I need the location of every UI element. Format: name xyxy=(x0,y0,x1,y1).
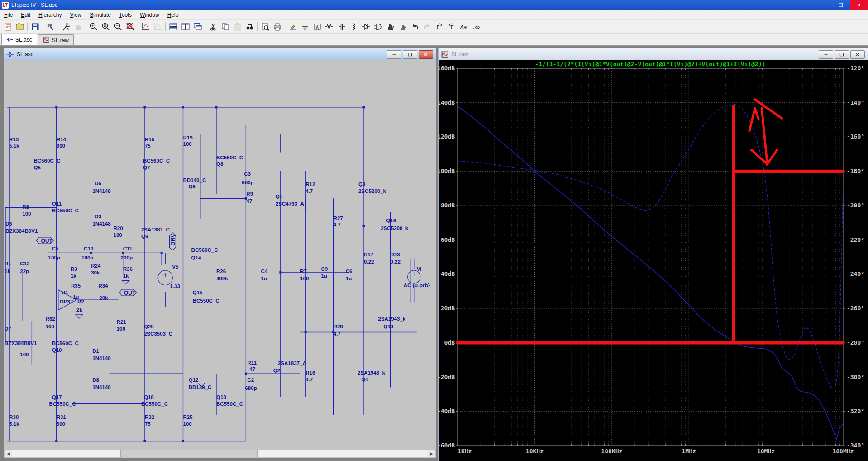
menu-item-tools[interactable]: Tools xyxy=(115,10,136,19)
move-button[interactable] xyxy=(384,21,396,33)
drag-button[interactable] xyxy=(396,21,409,33)
schematic-minimize-button[interactable]: ─ xyxy=(387,50,401,59)
component-label: BZX384B9V1 xyxy=(5,228,38,234)
net-label-button[interactable]: A xyxy=(311,21,323,33)
scroll-track[interactable] xyxy=(12,450,428,457)
component-label: R31 xyxy=(57,414,67,420)
place-diode-button[interactable] xyxy=(360,21,372,33)
component-label: 20k xyxy=(99,295,108,301)
close-button[interactable]: ✕ xyxy=(850,0,868,10)
print-button[interactable] xyxy=(271,21,283,33)
svg-text:100dB: 100dB xyxy=(439,168,455,174)
tab-sl-raw[interactable]: SL.raw xyxy=(38,34,74,45)
menu-item-file[interactable]: File xyxy=(0,10,17,19)
copy-button[interactable] xyxy=(219,21,231,33)
halt-icon xyxy=(74,22,83,31)
voltage-source-symbol[interactable] xyxy=(408,270,420,283)
save-button[interactable] xyxy=(29,21,41,33)
tile-horizontal-button[interactable] xyxy=(179,21,191,33)
net-flag-out[interactable]: OUT xyxy=(36,237,53,244)
zoom-in-button[interactable] xyxy=(87,21,100,33)
net-flag-out[interactable]: OUT xyxy=(119,289,137,296)
place-ground-button[interactable] xyxy=(299,21,311,33)
component-label: R62 xyxy=(46,316,55,322)
cascade-windows-button[interactable] xyxy=(191,21,204,33)
net-flag-drv[interactable]: DRV xyxy=(169,233,176,250)
toolbar-separator xyxy=(27,22,28,31)
component-label: 4.7 xyxy=(305,188,313,194)
menu-item-hierarchy[interactable]: Hierarchy xyxy=(34,10,66,19)
component-label: 2SA1837_A xyxy=(278,360,307,366)
component-label: D6 xyxy=(5,221,12,226)
control-panel-button[interactable] xyxy=(44,21,57,33)
major-gridlines xyxy=(458,68,843,446)
menu-item-edit[interactable]: Edit xyxy=(17,10,34,19)
schematic-hscrollbar[interactable]: ◀ ▶ xyxy=(5,450,435,457)
text-button[interactable]: Aa xyxy=(458,21,470,33)
schematic-icon xyxy=(6,36,13,43)
svg-text:OUT: OUT xyxy=(124,290,136,296)
zoom-full-extents-button[interactable] xyxy=(124,21,136,33)
component-label: 1N4148 xyxy=(92,355,111,360)
spice-directive-button[interactable]: .op xyxy=(470,21,482,33)
schematic-restore-button[interactable]: ❐ xyxy=(403,50,417,59)
find-button[interactable] xyxy=(243,21,256,33)
undo-button[interactable] xyxy=(409,21,421,33)
schematic-close-button[interactable]: ✕ xyxy=(419,50,433,59)
component-label: 2SC3503_C xyxy=(144,331,173,336)
scroll-right-arrow[interactable]: ▶ xyxy=(428,450,435,457)
win2-icon xyxy=(181,22,190,31)
place-component-button[interactable] xyxy=(372,21,384,33)
component-label: 0.22 xyxy=(364,259,374,264)
run-button[interactable] xyxy=(60,21,72,33)
component-label: D1 xyxy=(92,348,99,354)
copy-icon xyxy=(221,22,230,31)
redo-button xyxy=(421,21,433,33)
scroll-thumb[interactable] xyxy=(120,450,258,457)
zoom-back-button[interactable] xyxy=(100,21,112,33)
place-resistor-button[interactable] xyxy=(323,21,335,33)
schematic-canvas[interactable]: R135.1kR14300R1575R19100BC560C_CQ5BC560C… xyxy=(5,60,435,450)
component-label: 1N4148 xyxy=(92,188,111,194)
print-preview-icon xyxy=(261,22,270,31)
autorange-y-axis-button[interactable] xyxy=(139,21,152,33)
menu-item-window[interactable]: Window xyxy=(136,10,163,19)
component-label: Q3 xyxy=(358,181,366,187)
place-inductor-button[interactable] xyxy=(348,21,360,33)
open-button[interactable] xyxy=(14,21,26,33)
component-label: 1N4148 xyxy=(92,221,111,226)
draw-wire-button[interactable] xyxy=(286,21,299,33)
place-capacitor-button[interactable] xyxy=(335,21,348,33)
menu-item-view[interactable]: View xyxy=(66,10,86,19)
zoom-out-button[interactable] xyxy=(112,21,124,33)
component-label: Q1 xyxy=(276,193,283,199)
component-label: 2SC5200_k xyxy=(358,188,386,194)
tab-sl-asc[interactable]: SL.asc xyxy=(1,34,37,45)
menu-item-help[interactable]: Help xyxy=(163,10,183,19)
component-label: R8 xyxy=(22,204,29,210)
new-schematic-button[interactable] xyxy=(1,21,14,33)
waveform-plot-area[interactable]: 160dB140dB120dB100dB80dB60dB40dB20dB0dB-… xyxy=(439,60,867,461)
main-titlebar: LT LTspice IV - SL.asc ─ ❐ ✕ xyxy=(0,0,868,10)
component-label: 2SC4793_A xyxy=(276,201,305,206)
scroll-left-arrow[interactable]: ◀ xyxy=(5,450,12,457)
svg-text:1KHz: 1KHz xyxy=(458,448,472,455)
tile-vertical-button[interactable] xyxy=(167,21,179,33)
plot-restore-button[interactable]: ❐ xyxy=(835,50,849,59)
paste-icon xyxy=(233,22,242,31)
plot-close-button[interactable]: ✕ xyxy=(850,50,865,59)
cut-button[interactable] xyxy=(207,21,219,33)
component-label: 47 xyxy=(249,366,255,372)
maximize-button[interactable]: ❐ xyxy=(832,0,850,10)
rotate-button[interactable]: E xyxy=(433,21,445,33)
text-icon: Aa xyxy=(459,22,468,31)
menu-item-simulate[interactable]: Simulate xyxy=(86,10,115,19)
print-preview-button[interactable] xyxy=(259,21,271,33)
minimize-button[interactable]: ─ xyxy=(814,0,832,10)
mirror-button[interactable]: E xyxy=(445,21,458,33)
component-label: BC550C_C xyxy=(193,298,220,303)
svg-text:-220°: -220° xyxy=(847,236,864,243)
plot-minimize-button[interactable]: ─ xyxy=(819,50,833,59)
svg-text:-260°: -260° xyxy=(847,305,864,312)
plot-expression-label[interactable]: -1/(1-1/(2*(I(Vi)@1*V(out)@2-V(out)@1*I(… xyxy=(535,61,765,67)
